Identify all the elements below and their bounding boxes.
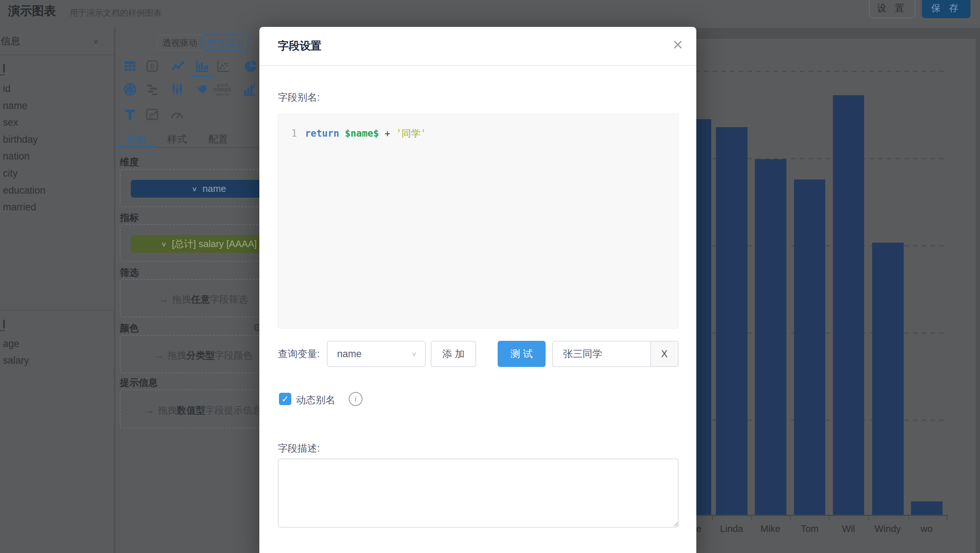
field-item-id[interactable]: id — [3, 83, 105, 94]
radar-icon[interactable] — [121, 81, 139, 98]
kpi-number-icon[interactable]: 8 — [143, 58, 161, 75]
clipped-label-stub — [0, 64, 5, 73]
china-map-icon[interactable] — [192, 81, 210, 98]
field-sidebar: 信息 ∨ idnamesexbirthdaynationcityeducatio… — [0, 28, 115, 553]
tab-配置[interactable]: 配置 — [197, 132, 239, 147]
chart-x-label-wo: wo — [901, 523, 952, 534]
hint-text: 拖拽 — [172, 294, 191, 305]
waterfall-icon[interactable] — [240, 81, 258, 98]
hint-text: 字段筛选 — [210, 294, 248, 305]
field-item-education[interactable]: education — [3, 185, 105, 196]
chart-bar-Mike — [755, 159, 786, 515]
test-value-input[interactable]: 张三同学 — [552, 341, 650, 367]
bar-chart-icon[interactable] — [193, 58, 211, 75]
active-tab-underline — [116, 146, 157, 148]
alias-code-editor[interactable]: 1return $name$ + '同学' — [278, 114, 679, 328]
code-variable: $name$ — [345, 128, 379, 139]
divider — [0, 310, 115, 311]
field-item-married[interactable]: married — [3, 202, 105, 213]
arrow-right-icon: → — [154, 350, 164, 361]
dataset-label: 信息 — [1, 35, 20, 48]
clipped-label-underline — [0, 330, 5, 331]
mode-toggle[interactable]: 透视驱动图表驱动 — [157, 35, 248, 51]
query-variable-select[interactable]: name ∨ — [327, 341, 426, 367]
clipped-label-underline — [0, 74, 5, 76]
alias-label: 字段别名: — [278, 91, 320, 104]
pie-icon[interactable] — [242, 58, 259, 75]
chart-bar-wo — [911, 501, 943, 515]
save-button[interactable]: 保 存 — [922, 0, 970, 18]
word-cloud-icon[interactable]: wordcloudagile Bi — [213, 81, 231, 98]
hint-strong: 任意 — [191, 294, 210, 305]
svg-text:8: 8 — [150, 62, 154, 71]
field-item-sex[interactable]: sex — [3, 117, 105, 128]
clear-input-icon[interactable]: X — [650, 341, 679, 367]
chevron-down-icon: ∨ — [191, 185, 197, 193]
section-label-tooltip: 提示信息 — [120, 376, 158, 389]
field-item-age[interactable]: age — [3, 338, 105, 349]
field-item-birthday[interactable]: birthday — [3, 134, 105, 145]
section-label-measure: 指标 — [120, 212, 139, 224]
page-subtitle: 用于演示文档的样例图表 — [70, 7, 162, 19]
dynamic-alias-label: 动态别名 — [296, 394, 335, 406]
line-chart-icon[interactable] — [169, 58, 186, 75]
mode-toggle-active[interactable]: 图表驱动 — [202, 35, 249, 51]
selected-chart-underline — [190, 75, 213, 77]
info-icon[interactable]: i — [349, 392, 363, 406]
chevron-down-icon: ∨ — [161, 240, 167, 248]
field-settings-modal: 字段设置 × 字段别名: 1return $name$ + '同学' 查询变量:… — [259, 27, 696, 553]
chart-axis-tick — [790, 515, 791, 520]
line-number: 1 — [291, 128, 297, 139]
modal-title: 字段设置 — [278, 38, 321, 53]
code-string: '同学' — [396, 128, 426, 139]
page-title: 演示图表 — [8, 3, 56, 19]
field-item-salary[interactable]: salary — [3, 355, 105, 366]
hint-strong: 分类型 — [186, 350, 215, 361]
arrow-right-icon: → — [159, 294, 169, 305]
field-item-city[interactable]: city — [3, 168, 105, 179]
arrow-right-icon: → — [145, 405, 154, 416]
field-item-name[interactable]: name — [3, 100, 105, 112]
gantt-icon[interactable] — [144, 81, 161, 98]
chart-axis-tick — [751, 515, 752, 520]
page-header: 演示图表 用于演示文档的样例图表 设 置 保 存 — [0, 0, 980, 29]
add-button[interactable]: 添 加 — [431, 341, 476, 367]
clipped-label-stub — [0, 320, 5, 328]
description-textarea[interactable] — [278, 459, 679, 528]
trend-card-icon[interactable] — [143, 106, 161, 123]
hint-strong: 数值型 — [177, 405, 205, 416]
text-icon[interactable] — [121, 106, 139, 123]
chart-axis-tick — [947, 515, 948, 520]
gauge-icon[interactable] — [168, 106, 186, 123]
mode-toggle-inactive[interactable]: 透视驱动 — [157, 35, 203, 50]
chart-bar-Tom — [794, 180, 825, 515]
query-variable-label: 查询变量: — [278, 341, 320, 367]
divider — [259, 65, 696, 66]
table-icon[interactable] — [121, 58, 139, 75]
field-item-nation[interactable]: nation — [3, 151, 105, 162]
scatter-icon[interactable] — [214, 58, 232, 75]
hint-text: 字段颜色 — [215, 350, 253, 361]
description-label: 字段描述: — [278, 442, 320, 455]
tab-数据[interactable]: 数据 — [116, 132, 157, 147]
measure-pill-label: [总计] salary [AAAA] — [172, 237, 257, 250]
app-root: 演示图表 用于演示文档的样例图表 设 置 保 存 信息 ∨ idnamesexb… — [0, 0, 980, 553]
chart-axis-tick — [908, 515, 909, 520]
section-label-dimension: 维度 — [120, 156, 139, 169]
dimension-pill-label: name — [203, 183, 226, 194]
chart-axis-tick — [712, 515, 713, 520]
dynamic-alias-checkbox[interactable]: ✓ — [279, 393, 291, 405]
divider — [0, 54, 115, 55]
chart-axis-tick — [829, 515, 830, 520]
candlestick-icon[interactable] — [169, 81, 186, 98]
hint-text: 字段提示信息 — [205, 405, 262, 416]
code-operator: + — [385, 128, 390, 139]
chevron-down-icon[interactable]: ∨ — [93, 38, 99, 45]
settings-button[interactable]: 设 置 — [869, 0, 915, 18]
tab-样式[interactable]: 样式 — [157, 132, 197, 147]
test-button[interactable]: 测 试 — [498, 341, 546, 367]
select-value: name — [337, 349, 362, 360]
code-keyword: return — [305, 128, 339, 139]
close-icon[interactable]: × — [667, 33, 689, 55]
chart-bar-Windy — [872, 243, 904, 515]
